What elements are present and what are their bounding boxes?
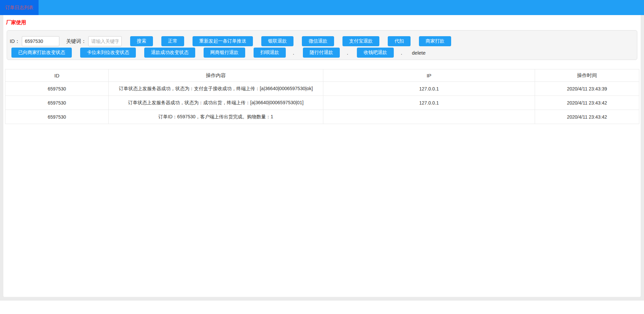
resend-order-push-button[interactable]: 重新发起一条订单推送 <box>193 36 253 46</box>
tab-order-log-list-label: 订单日志列表 <box>5 5 34 11</box>
id-field: ID： <box>10 36 59 46</box>
log-table: ID 操作内容 IP 操作时间 6597530 订单状态上发服务器成功，状态为：… <box>5 69 639 124</box>
table-row: 6597530 订单状态上发服务器成功，状态为：支付盒子接收成功，终端上传：[a… <box>5 82 639 96</box>
normal-button[interactable]: 正常 <box>161 36 184 46</box>
alipay-refund-button[interactable]: 支付宝退款 <box>342 36 379 46</box>
cell-time: 2020/4/11 23:43:42 <box>535 96 639 110</box>
id-input[interactable] <box>22 36 59 46</box>
id-label: ID： <box>10 38 20 45</box>
col-header-content: 操作内容 <box>109 69 323 82</box>
dot-separator: . <box>400 50 402 56</box>
cell-id: 6597530 <box>5 96 109 110</box>
cell-id: 6597530 <box>5 82 109 96</box>
col-header-time: 操作时间 <box>535 69 639 82</box>
refund-success-status-button[interactable]: 退款成功改变状态 <box>144 48 195 58</box>
card-missing-status-button[interactable]: 卡位未到位改变状态 <box>80 48 136 58</box>
shouqianba-refund-button[interactable]: 收钱吧退款 <box>357 48 394 58</box>
cell-ip: 127.0.0.1 <box>323 82 535 96</box>
col-header-ip: IP <box>323 69 535 82</box>
search-panel: ID： 关键词： 搜索 正常 重新发起一条订单推送 银联退款 微信退款 支付宝退… <box>7 30 637 60</box>
mybank-refund-button[interactable]: 网商银行退款 <box>204 48 245 58</box>
cell-ip <box>323 110 535 124</box>
search-row-1: ID： 关键词： 搜索 正常 重新发起一条订单推送 银联退款 微信退款 支付宝退… <box>10 36 634 46</box>
saobei-refund-button[interactable]: 扫呗退款 <box>254 48 286 58</box>
top-navbar: 订单日志列表 <box>0 0 644 15</box>
cell-content: 订单状态上发服务器成功，状态为：成功出货，终端上传：[a|36640|00065… <box>109 96 323 110</box>
cell-id: 6597530 <box>5 110 109 124</box>
tab-order-log-list[interactable]: 订单日志列表 <box>0 0 39 15</box>
keyword-label: 关键词： <box>66 38 86 45</box>
wechat-refund-button[interactable]: 微信退款 <box>302 36 334 46</box>
table-row: 6597530 订单状态上发服务器成功，状态为：成功出货，终端上传：[a|366… <box>5 96 639 110</box>
cell-time: 2020/4/11 23:43:39 <box>535 82 639 96</box>
unionpay-refund-button[interactable]: 银联退款 <box>261 36 293 46</box>
cell-content: 订单状态上发服务器成功，状态为：支付盒子接收成功，终端上传：[a|36640|0… <box>109 82 323 96</box>
cell-ip: 127.0.0.1 <box>323 96 535 110</box>
section-title: 厂家使用 <box>6 19 641 26</box>
withhold-button[interactable]: 代扣 <box>388 36 411 46</box>
col-header-id: ID <box>5 69 109 82</box>
table-header-row: ID 操作内容 IP 操作时间 <box>5 69 639 82</box>
table-row: 6597530 订单ID：6597530，客户端上传出货完成。购物数量：1 20… <box>5 110 639 124</box>
paid-merchant-status-button[interactable]: 已向商家打款改变状态 <box>11 48 72 58</box>
keyword-input[interactable] <box>88 36 122 46</box>
cell-content: 订单ID：6597530，客户端上传出货完成。购物数量：1 <box>109 110 323 124</box>
keyword-field: 关键词： <box>66 36 122 46</box>
page-background: 厂家使用 ID： 关键词： 搜索 正常 重新发起一条订单推送 银联退款 微信退款… <box>0 15 644 301</box>
content-card: 厂家使用 ID： 关键词： 搜索 正常 重新发起一条订单推送 银联退款 微信退款… <box>3 15 641 297</box>
cell-time: 2020/4/11 23:43:42 <box>535 110 639 124</box>
search-button[interactable]: 搜索 <box>130 36 153 46</box>
search-row-2: 已向商家打款改变状态 卡位未到位改变状态 退款成功改变状态 网商银行退款 扫呗退… <box>10 48 634 58</box>
delete-link[interactable]: delete <box>412 50 426 56</box>
dot-separator: . <box>292 50 294 56</box>
dot-separator: . <box>346 50 348 56</box>
suixingpay-refund-button[interactable]: 随行付退款 <box>303 48 340 58</box>
merchant-pay-button[interactable]: 商家打款 <box>419 36 451 46</box>
